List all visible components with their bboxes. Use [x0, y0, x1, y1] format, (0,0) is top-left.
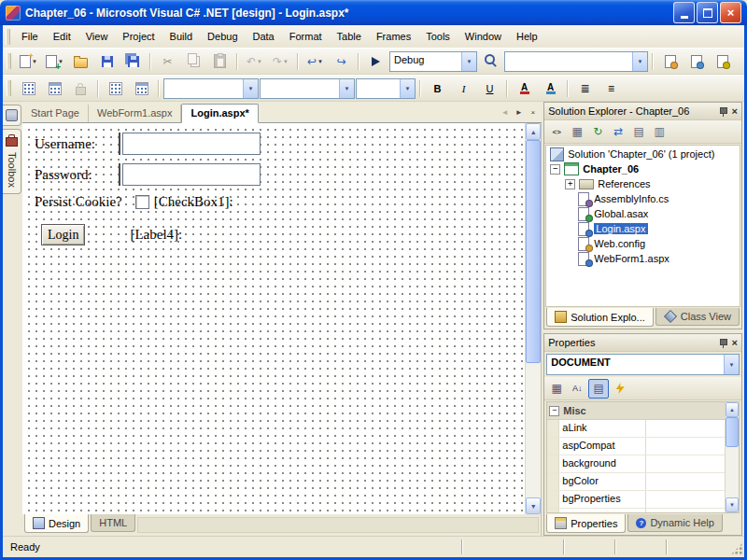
scroll-tabs-right-button[interactable]: ►: [512, 105, 526, 119]
close-icon[interactable]: ×: [732, 106, 738, 117]
paste-button[interactable]: [207, 50, 233, 73]
property-row-bgproperties[interactable]: bgProperties: [547, 491, 726, 509]
categorized-button[interactable]: ▦: [547, 380, 566, 398]
properties-scrollbar[interactable]: ▲ ▼: [725, 402, 739, 512]
tab-login-aspx[interactable]: Login.aspx*: [181, 104, 258, 123]
property-row-bgcolor[interactable]: bgColor: [547, 473, 726, 491]
find-combo[interactable]: ▼: [504, 51, 648, 72]
snap-to-grid-button[interactable]: [42, 77, 67, 100]
menu-table[interactable]: Table: [330, 27, 369, 46]
chevron-down-icon[interactable]: ▼: [339, 79, 354, 98]
menu-debug[interactable]: Debug: [200, 27, 245, 46]
scrollbar-track[interactable]: [726, 417, 739, 497]
view-designer-button[interactable]: ▦: [568, 123, 586, 141]
tree-item-references[interactable]: + References: [546, 176, 740, 191]
scroll-tabs-left-button[interactable]: ◄: [498, 105, 512, 119]
tab-dynamic-help[interactable]: ? Dynamic Help: [627, 514, 722, 532]
navigate-back-button[interactable]: ↩▼: [303, 50, 328, 73]
properties-button[interactable]: ▥: [650, 123, 669, 141]
menu-window[interactable]: Window: [458, 27, 509, 46]
tab-solution-explorer[interactable]: Solution Explo...: [546, 308, 654, 327]
property-value[interactable]: [646, 455, 726, 472]
lock-controls-button[interactable]: [68, 77, 93, 100]
background-color-button[interactable]: A: [538, 77, 563, 100]
menu-view[interactable]: View: [78, 27, 116, 46]
menu-edit[interactable]: Edit: [46, 27, 78, 46]
restore-button[interactable]: [697, 2, 718, 23]
tab-design-view[interactable]: Design: [24, 514, 89, 533]
events-button[interactable]: [611, 380, 629, 398]
add-item-button[interactable]: ▼: [42, 50, 67, 73]
scroll-down-icon[interactable]: ▼: [726, 497, 739, 512]
chevron-down-icon[interactable]: ▼: [632, 52, 647, 71]
design-surface[interactable]: Username: Password: Persist Cookie?: [22, 123, 525, 514]
scroll-up-icon[interactable]: ▲: [526, 123, 541, 140]
property-row-aspcompat[interactable]: aspCompat: [547, 438, 726, 455]
property-value[interactable]: [646, 438, 726, 455]
tree-item-global-asax[interactable]: Global.asax: [546, 206, 740, 221]
find-button[interactable]: [478, 50, 503, 73]
vertical-scrollbar[interactable]: ▲ ▼: [525, 123, 541, 514]
properties-titlebar[interactable]: Properties ×: [544, 334, 741, 352]
property-row-background[interactable]: background: [547, 455, 726, 473]
menu-frames[interactable]: Frames: [369, 27, 418, 46]
display-grid-button[interactable]: [103, 77, 128, 100]
cut-button[interactable]: ✂: [155, 50, 180, 73]
alphabetical-button[interactable]: A↓: [568, 380, 586, 398]
scrollbar-thumb[interactable]: [726, 417, 739, 447]
solution-explorer-titlebar[interactable]: Solution Explorer - Chapter_06 ×: [544, 103, 741, 120]
toolbar-gripper[interactable]: [7, 80, 11, 96]
collapse-icon[interactable]: −: [550, 164, 560, 175]
close-icon[interactable]: ×: [732, 338, 738, 348]
resize-grip[interactable]: [730, 542, 743, 555]
chevron-down-icon[interactable]: ▼: [243, 79, 258, 98]
solution-explorer-window-button[interactable]: [657, 50, 683, 73]
layout-mode-button[interactable]: [129, 77, 154, 100]
horizontal-scrollbar[interactable]: [137, 517, 539, 533]
chevron-down-icon[interactable]: ▼: [400, 79, 415, 98]
property-value[interactable]: [646, 420, 726, 437]
menu-project[interactable]: Project: [115, 27, 162, 46]
property-value[interactable]: [646, 473, 726, 490]
undo-button[interactable]: ↶▼: [242, 50, 267, 73]
save-button[interactable]: [94, 50, 120, 73]
open-file-button[interactable]: [68, 50, 93, 73]
scrollbar-track[interactable]: [526, 140, 541, 497]
tab-class-view[interactable]: Class View: [655, 308, 740, 326]
new-project-button[interactable]: ▼: [16, 50, 41, 73]
login-button[interactable]: Login: [41, 224, 85, 245]
toolbar-gripper[interactable]: [6, 29, 10, 45]
menu-build[interactable]: Build: [162, 27, 200, 46]
copy-project-button[interactable]: ⇄: [609, 123, 627, 141]
italic-button[interactable]: I: [451, 77, 476, 100]
toolbox-window-button[interactable]: [710, 50, 735, 73]
copy-button[interactable]: [181, 50, 206, 73]
menu-tools[interactable]: Tools: [418, 27, 458, 46]
pin-icon[interactable]: [718, 338, 728, 348]
close-button[interactable]: ×: [720, 2, 741, 23]
collapse-icon[interactable]: −: [549, 406, 559, 416]
scrollbar-thumb[interactable]: [526, 140, 541, 363]
bold-button[interactable]: B: [425, 77, 450, 100]
redo-button[interactable]: ↷▼: [268, 50, 293, 73]
tab-start-page[interactable]: Start Page: [22, 105, 89, 122]
solution-config-combo[interactable]: Debug ▼: [389, 51, 477, 72]
tree-item-assemblyinfo[interactable]: AssemblyInfo.cs: [546, 191, 740, 206]
foreground-color-button[interactable]: A: [512, 77, 537, 100]
menu-data[interactable]: Data: [246, 27, 282, 46]
property-value[interactable]: 15: [646, 509, 726, 513]
menu-file[interactable]: File: [14, 27, 46, 46]
chevron-down-icon[interactable]: ▼: [461, 52, 476, 71]
underline-button[interactable]: U: [477, 77, 502, 100]
tree-item-webform1-aspx[interactable]: WebForm1.aspx: [546, 251, 740, 266]
bullets-button[interactable]: ≣: [572, 77, 598, 100]
password-textbox[interactable]: [122, 163, 261, 186]
properties-view-button[interactable]: ▤: [588, 379, 609, 399]
refresh-button[interactable]: ↻: [588, 123, 607, 141]
scroll-up-icon[interactable]: ▲: [726, 402, 739, 417]
close-document-button[interactable]: ×: [526, 105, 540, 119]
show-grid-button[interactable]: [16, 77, 41, 100]
menu-format[interactable]: Format: [282, 27, 330, 46]
titlebar[interactable]: Chapter_06 - Microsoft Visual C# .NET [d…: [0, 0, 747, 25]
username-textbox[interactable]: [122, 133, 261, 155]
